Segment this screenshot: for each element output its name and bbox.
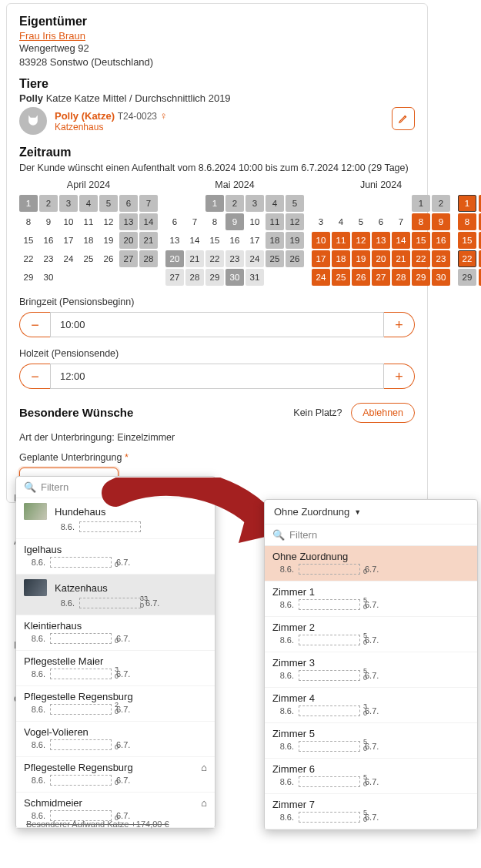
house-item[interactable]: Katzenhaus 8.6. 330 6.7.	[16, 575, 215, 615]
cal-day[interactable]: 6	[119, 195, 138, 212]
house-item[interactable]: Hundehaus 8.6.	[16, 498, 215, 539]
cal-day[interactable]: 2	[432, 195, 450, 212]
cal-day[interactable]: 7	[185, 213, 204, 230]
cal-day[interactable]: 14	[139, 213, 158, 230]
cal-day[interactable]: 28	[185, 269, 204, 286]
cal-day[interactable]: 17	[246, 232, 264, 249]
cal-day[interactable]: 28	[392, 269, 410, 286]
cal-day[interactable]: 1	[205, 195, 224, 212]
cal-day[interactable]: 21	[392, 250, 410, 267]
cal-day[interactable]: 29	[412, 269, 430, 286]
cal-day[interactable]: 29	[458, 269, 476, 286]
cal-day[interactable]: 27	[372, 269, 390, 286]
cal-day[interactable]: 5	[352, 213, 370, 230]
cal-day[interactable]: 13	[119, 213, 138, 230]
house-item[interactable]: Pflegestelle Regensburg⌂ 8.6. 0 6.7.	[16, 757, 215, 793]
cal-day[interactable]: 8	[458, 213, 476, 230]
calendar-april[interactable]: 1234567891011121314151617181920212223242…	[19, 195, 158, 286]
cal-day[interactable]: 3	[312, 213, 330, 230]
cal-day[interactable]: 5	[286, 195, 304, 212]
bring-plus-button[interactable]: +	[384, 312, 415, 337]
cal-day[interactable]: 13	[372, 232, 390, 249]
house-item[interactable]: Pflegestelle Maier 8.6. 30 6.7.	[16, 651, 215, 686]
room-item[interactable]: Zimmer 1 8.6. 50 6.7.	[265, 581, 477, 617]
cal-day[interactable]: 26	[286, 250, 304, 267]
filter-row[interactable]: 🔍 Filtern	[16, 477, 215, 498]
pickup-plus-button[interactable]: +	[384, 364, 415, 389]
cal-day[interactable]: 19	[286, 232, 304, 249]
cal-day[interactable]: 22	[19, 250, 38, 267]
cal-day[interactable]: 4	[332, 213, 350, 230]
cal-day[interactable]: 6	[372, 213, 390, 230]
cal-day[interactable]: 13	[165, 232, 184, 249]
cal-day[interactable]: 20	[372, 250, 390, 267]
room-item[interactable]: Zimmer 6 8.6. 50 6.7.	[265, 759, 477, 794]
cal-day[interactable]: 9	[225, 213, 244, 230]
cal-day[interactable]: 20	[165, 250, 184, 267]
cal-day[interactable]: 16	[432, 232, 450, 249]
cal-day[interactable]: 1	[412, 195, 430, 212]
room-item[interactable]: Zimmer 5 8.6. 50 6.7.	[265, 723, 477, 759]
cal-day[interactable]: 23	[432, 250, 450, 267]
cal-day[interactable]: 18	[266, 232, 284, 249]
cal-day[interactable]: 24	[312, 269, 330, 286]
cal-day[interactable]: 9	[39, 213, 58, 230]
room-item[interactable]: Ohne Zuordnung 8.6. 0 6.7.	[265, 546, 477, 581]
room-item[interactable]: Zimmer 7 8.6. 50 6.7.	[265, 794, 477, 829]
cal-day[interactable]: 22	[205, 250, 224, 267]
edit-button[interactable]	[392, 107, 415, 130]
house-item[interactable]: Pflegestelle Regensburg 8.6. 20 6.7.	[16, 686, 215, 722]
cal-day[interactable]: 15	[412, 232, 430, 249]
pickup-minus-button[interactable]: −	[19, 364, 50, 389]
cal-day[interactable]: 25	[266, 250, 284, 267]
cal-day[interactable]: 17	[312, 250, 330, 267]
cal-day[interactable]: 27	[119, 250, 138, 267]
cal-day[interactable]: 26	[99, 250, 118, 267]
room-dropdown-header[interactable]: Ohne Zuordnung ▼	[265, 500, 477, 524]
cal-day[interactable]: 14	[185, 232, 204, 249]
cal-day[interactable]: 28	[139, 250, 158, 267]
owner-link[interactable]: Frau Iris Braun	[19, 30, 85, 42]
cal-day[interactable]: 19	[99, 232, 118, 249]
calendar-juli-partial[interactable]: 1289151622232930	[458, 195, 481, 286]
cal-day[interactable]: 10	[59, 213, 78, 230]
cal-day[interactable]: 25	[332, 269, 350, 286]
cal-day[interactable]: 23	[39, 250, 58, 267]
cal-day[interactable]: 6	[165, 213, 184, 230]
cal-day[interactable]: 12	[99, 213, 118, 230]
cal-day[interactable]: 8	[19, 213, 38, 230]
cal-day[interactable]: 16	[225, 232, 244, 249]
cal-day[interactable]: 22	[458, 250, 476, 267]
cal-day[interactable]: 29	[19, 269, 38, 286]
pet-name[interactable]: Polly (Katze)	[55, 110, 115, 122]
room-item[interactable]: Zimmer 4 8.6. 30 6.7.	[265, 688, 477, 723]
cal-day[interactable]: 7	[139, 195, 158, 212]
cal-day[interactable]: 2	[225, 195, 244, 212]
cal-day[interactable]: 24	[246, 250, 264, 267]
cal-day[interactable]: 4	[266, 195, 284, 212]
cal-day[interactable]: 30	[225, 269, 244, 286]
cal-day[interactable]: 15	[205, 232, 224, 249]
cal-day[interactable]: 10	[246, 213, 264, 230]
cal-day[interactable]: 11	[332, 232, 350, 249]
room-item[interactable]: Zimmer 2 8.6. 50 6.7.	[265, 617, 477, 652]
house-item[interactable]: Vogel-Volieren 8.6. 0 6.7.	[16, 722, 215, 757]
calendar-juni[interactable]: 1234567891011121314151617181920212223242…	[312, 195, 450, 286]
cal-day[interactable]: 1	[19, 195, 38, 212]
cal-day[interactable]: 22	[412, 250, 430, 267]
cal-day[interactable]: 30	[432, 269, 450, 286]
reject-button[interactable]: Ablehnen	[351, 403, 415, 423]
bring-time-input[interactable]: 10:00	[50, 312, 384, 337]
cal-day[interactable]: 29	[205, 269, 224, 286]
cal-day[interactable]: 31	[246, 269, 264, 286]
filter-row-2[interactable]: 🔍 Filtern	[265, 524, 477, 546]
cal-day[interactable]: 3	[246, 195, 264, 212]
cal-day[interactable]: 5	[99, 195, 118, 212]
room-item[interactable]: Zimmer 3 8.6. 50 6.7.	[265, 652, 477, 688]
cal-day[interactable]: 10	[312, 232, 330, 249]
cal-day[interactable]: 14	[392, 232, 410, 249]
cal-day[interactable]: 30	[39, 269, 58, 286]
cal-day[interactable]: 21	[185, 250, 204, 267]
cal-day[interactable]: 25	[79, 250, 98, 267]
cal-day[interactable]: 18	[332, 250, 350, 267]
